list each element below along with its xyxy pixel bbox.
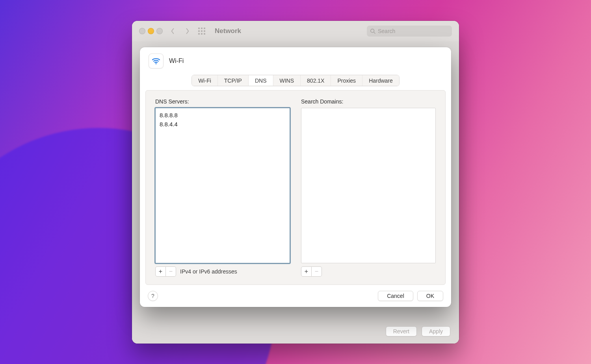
wifi-tile (149, 54, 164, 68)
revert-button[interactable]: Revert (386, 326, 417, 336)
search-domains-column: Search Domains: + − (301, 98, 436, 277)
sheet-footer: ? Cancel OK (140, 285, 451, 307)
network-advanced-sheet: Wi-Fi Wi-FiTCP/IPDNSWINS802.1XProxiesHar… (140, 47, 451, 307)
sheet-header: Wi-Fi (140, 47, 451, 70)
sheet-title: Wi-Fi (169, 57, 184, 65)
dns-servers-column: DNS Servers: 8.8.8.88.8.4.4 + − IPv4 or … (155, 98, 290, 277)
tab-proxies[interactable]: Proxies (331, 75, 362, 86)
dns-list-controls: + − IPv4 or IPv6 addresses (155, 266, 290, 277)
dns-pane: DNS Servers: 8.8.8.88.8.4.4 + − IPv4 or … (145, 90, 446, 285)
tabbar: Wi-FiTCP/IPDNSWINS802.1XProxiesHardware (191, 75, 400, 86)
prefs-footer: Revert Apply (386, 326, 450, 336)
show-all-button[interactable] (197, 26, 207, 36)
svg-line-1 (374, 32, 375, 33)
dns-remove-button[interactable]: − (166, 266, 176, 277)
grid-icon (198, 28, 205, 35)
tab-wifi[interactable]: Wi-Fi (192, 75, 218, 86)
search-input[interactable]: Search (367, 26, 452, 37)
traffic-light-minimize[interactable] (148, 28, 154, 34)
cancel-button[interactable]: Cancel (378, 291, 413, 301)
sd-list-controls: + − (301, 266, 436, 277)
tab-hardware[interactable]: Hardware (362, 75, 399, 86)
tab-wins[interactable]: WINS (273, 75, 301, 86)
wifi-icon (151, 56, 161, 66)
search-domains-listbox[interactable] (301, 108, 436, 263)
sd-add-button[interactable]: + (301, 266, 312, 277)
help-button[interactable]: ? (148, 291, 158, 301)
search-domains-label: Search Domains: (301, 98, 436, 105)
forward-button[interactable] (182, 26, 193, 36)
tab-dns[interactable]: DNS (249, 75, 273, 86)
traffic-light-close[interactable] (139, 28, 145, 34)
tab-tcpip[interactable]: TCP/IP (218, 75, 249, 86)
sd-remove-button[interactable]: − (312, 266, 322, 277)
ok-button[interactable]: OK (417, 291, 443, 301)
titlebar: Network Search (132, 21, 459, 42)
apply-button[interactable]: Apply (422, 326, 450, 336)
traffic-light-zoom[interactable] (156, 28, 163, 34)
search-icon (370, 28, 375, 34)
dns-hint: IPv4 or IPv6 addresses (180, 268, 237, 275)
back-button[interactable] (167, 26, 178, 36)
window-title: Network (215, 27, 241, 35)
tab-8021x[interactable]: 802.1X (301, 75, 331, 86)
dns-entry[interactable]: 8.8.4.4 (160, 120, 286, 129)
dns-servers-listbox[interactable]: 8.8.8.88.8.4.4 (155, 108, 290, 263)
svg-point-2 (156, 63, 157, 65)
dns-servers-label: DNS Servers: (155, 98, 290, 105)
dns-add-button[interactable]: + (155, 266, 166, 277)
search-placeholder: Search (378, 28, 395, 34)
dns-entry[interactable]: 8.8.8.8 (160, 111, 286, 120)
